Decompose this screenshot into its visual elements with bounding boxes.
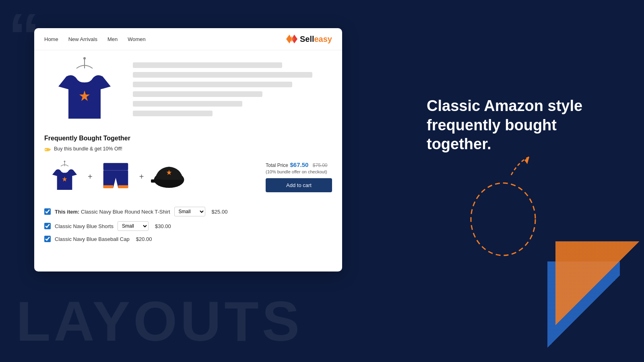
fbt-item-row-1: This item: Classic Navy Blue Round Neck …	[44, 207, 332, 216]
add-to-cart-button[interactable]: Add to cart	[266, 178, 332, 192]
fbt-section: Frequently Bought Together Buy this bund…	[34, 131, 342, 201]
fbt-item-row-2: Classic Navy Blue Shorts Small Medium La…	[44, 221, 332, 231]
svg-rect-12	[103, 163, 128, 170]
plus-icon-2: +	[136, 172, 147, 181]
fbt-tshirt-icon	[50, 160, 80, 193]
fbt-shorts-icon	[101, 160, 131, 193]
skeleton-line-6	[133, 111, 213, 116]
svg-point-10	[64, 160, 65, 162]
fbt-total-label: Total Price	[266, 162, 288, 168]
navbar: Home New Arrivals Men Women Selleasy	[34, 28, 342, 50]
skeleton-line-1	[133, 62, 282, 68]
stripe-orange-decoration	[555, 241, 644, 362]
svg-point-8	[45, 149, 47, 150]
fbt-item-price-2: $30.00	[155, 223, 171, 229]
right-content: Classic Amazon style frequently bought t…	[427, 97, 596, 154]
logo-text: Selleasy	[300, 35, 332, 44]
skeleton-line-3	[133, 82, 292, 87]
fbt-items-list: This item: Classic Navy Blue Round Neck …	[34, 207, 342, 242]
nav-home[interactable]: Home	[44, 36, 58, 42]
logo-icon	[286, 35, 297, 43]
svg-rect-13	[103, 185, 114, 188]
fbt-item-checkbox-1[interactable]	[44, 208, 51, 215]
fbt-item-label-2: Classic Navy Blue Shorts	[55, 223, 114, 229]
fbt-product-tshirt	[44, 158, 85, 195]
arrow-doodle	[459, 149, 547, 261]
fbt-price-area: Total Price $67.50 $75.00 (10% bundle of…	[266, 161, 332, 192]
right-heading: Classic Amazon style frequently bought t…	[427, 97, 596, 154]
svg-rect-14	[118, 185, 128, 188]
fbt-product-shorts	[96, 158, 136, 195]
skeleton-line-2	[133, 72, 312, 78]
product-image-area	[44, 56, 125, 125]
tag-icon	[44, 145, 52, 152]
fbt-price-new: $67.50	[290, 161, 308, 168]
svg-marker-7	[49, 148, 51, 151]
plus-icon-1: +	[85, 172, 96, 181]
svg-point-18	[471, 183, 535, 255]
fbt-cap-icon	[149, 162, 185, 192]
fbt-item-checkbox-2[interactable]	[44, 223, 51, 229]
product-tshirt-image	[54, 56, 115, 125]
nav-links: Home New Arrivals Men Women	[44, 36, 146, 42]
fbt-subtitle: Buy this bundle & get 10% Off!	[44, 145, 332, 152]
fbt-total-line: Total Price $67.50 $75.00	[266, 161, 328, 169]
svg-rect-16	[151, 179, 162, 183]
bg-layouts-text: LAYOUTS	[16, 289, 303, 354]
fbt-item-checkbox-3[interactable]	[44, 236, 51, 242]
fbt-product-cap	[147, 158, 187, 195]
fbt-discount-note: (10% bundle offer on checkout)	[266, 169, 327, 174]
skeleton-line-5	[133, 101, 242, 107]
fbt-price-old: $75.00	[313, 162, 328, 168]
logo-easy: easy	[314, 35, 332, 43]
logo-sell: Sell	[300, 35, 314, 43]
fbt-products-row: + +	[44, 158, 187, 195]
fbt-item-price-3: $20.00	[136, 236, 152, 242]
fbt-item-label-1: This item: Classic Navy Blue Round Neck …	[55, 209, 170, 215]
fbt-subtitle-text: Buy this bundle & get 10% Off!	[54, 146, 122, 152]
fbt-item-size-select-2[interactable]: Small Medium Large	[118, 221, 149, 231]
logo: Selleasy	[286, 35, 332, 44]
svg-point-4	[83, 57, 86, 60]
fbt-item-row-3: Classic Navy Blue Baseball Cap $20.00	[44, 236, 332, 242]
product-card: Home New Arrivals Men Women Selleasy	[34, 28, 342, 272]
nav-women[interactable]: Women	[128, 36, 146, 42]
fbt-products-area: + +	[44, 158, 332, 195]
fbt-item-size-select-1[interactable]: Small Medium Large	[174, 207, 205, 216]
skeleton-line-4	[133, 91, 262, 97]
fbt-item-label-3: Classic Navy Blue Baseball Cap	[55, 236, 130, 242]
nav-men[interactable]: Men	[107, 36, 118, 42]
fbt-item-price-1: $25.00	[212, 209, 228, 215]
skeleton-description	[133, 56, 332, 125]
nav-new-arrivals[interactable]: New Arrivals	[68, 36, 97, 42]
product-section	[34, 50, 342, 131]
fbt-title: Frequently Bought Together	[44, 135, 332, 142]
